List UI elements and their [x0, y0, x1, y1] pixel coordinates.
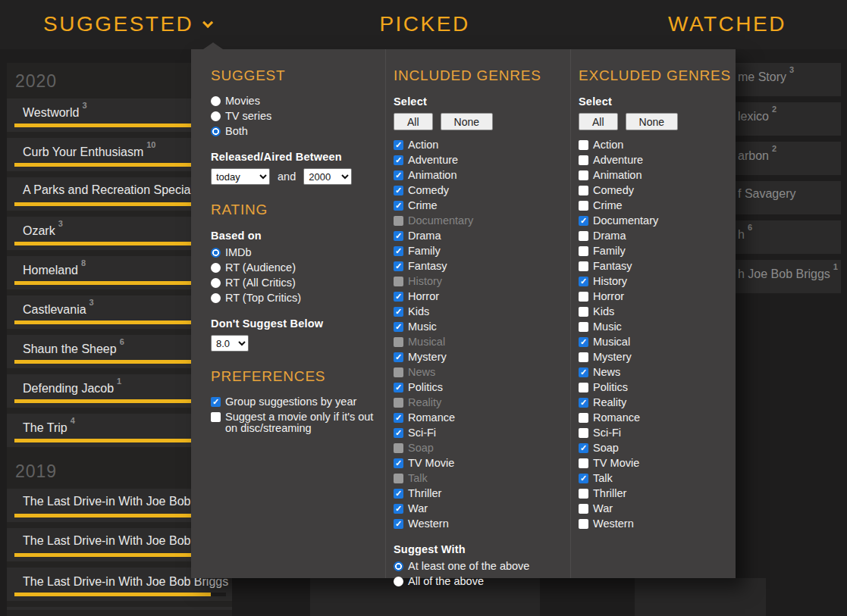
excluded-genre-checkbox[interactable]: Family [579, 245, 730, 257]
released-to-select[interactable]: 2000 [303, 168, 352, 185]
excluded-genre-checkbox[interactable]: Politics [579, 382, 730, 393]
included-all-button[interactable]: All [394, 113, 433, 130]
rating-threshold-select[interactable]: 8.0 [211, 335, 249, 352]
rating-source-radio[interactable]: RT (All Critics) [211, 277, 376, 289]
included-genre-checkbox[interactable]: ✓Family [394, 245, 562, 257]
genre-label: Mystery [408, 352, 447, 363]
preference-checkbox[interactable]: ✓Group suggestions by year [211, 396, 376, 408]
excluded-genre-checkbox[interactable]: Kids [579, 306, 730, 317]
partial-card [7, 607, 232, 610]
genre-label: Comedy [593, 185, 634, 196]
included-genre-checkbox[interactable]: ✓Kids [394, 306, 562, 317]
genre-label: Family [408, 245, 441, 257]
genre-label: Documentary [408, 215, 473, 227]
checkbox-icon [579, 428, 588, 438]
checkbox-label: Group suggestions by year [225, 396, 356, 408]
excluded-genre-checkbox[interactable]: Adventure [579, 155, 730, 166]
included-genre-checkbox[interactable]: ✓Adventure [394, 155, 562, 166]
genre-label: Western [593, 518, 634, 530]
excluded-genre-checkbox[interactable]: Horror [579, 291, 730, 302]
included-genre-checkbox[interactable]: ✓Western [394, 518, 562, 530]
progress-bar-fill [14, 593, 211, 596]
excluded-genre-checkbox[interactable]: ✓Soap [579, 442, 730, 454]
rating-source-radio[interactable]: IMDb [211, 247, 376, 258]
checkbox-icon [394, 474, 403, 483]
included-genre-checkbox[interactable]: ✓TV Movie [394, 458, 562, 469]
excluded-genre-checkbox[interactable]: ✓Musical [579, 336, 730, 348]
included-genre-checkbox[interactable]: ✓Drama [394, 230, 562, 242]
included-genre-checkbox[interactable]: ✓Music [394, 321, 562, 333]
genre-label: Thriller [408, 488, 441, 499]
included-genre-checkbox[interactable]: ✓Action [394, 139, 562, 151]
included-genre-checkbox[interactable]: ✓Comedy [394, 185, 562, 196]
checkbox-icon: ✓ [579, 216, 588, 226]
excluded-genre-checkbox[interactable]: Comedy [579, 185, 730, 196]
episode-count: 6 [120, 337, 124, 346]
excluded-genre-checkbox[interactable]: Action [579, 139, 730, 151]
checkbox-icon [579, 261, 588, 271]
checkbox-icon [579, 489, 588, 499]
excluded-genre-checkbox[interactable]: Romance [579, 412, 730, 424]
included-genre-checkbox: News [394, 367, 562, 378]
excluded-genre-checkbox[interactable]: Sci-Fi [579, 427, 730, 439]
radio-label: RT (Top Critics) [225, 292, 301, 304]
included-genre-checkbox[interactable]: ✓Horror [394, 291, 562, 302]
genre-label: Musical [593, 336, 630, 348]
checkbox-icon [394, 277, 403, 286]
included-genre-checkbox[interactable]: ✓Mystery [394, 352, 562, 363]
excluded-genre-checkbox[interactable]: Mystery [579, 352, 730, 363]
tab-suggested[interactable]: SUGGESTED [43, 12, 210, 36]
excluded-genre-checkbox[interactable]: TV Movie [579, 458, 730, 469]
included-none-button[interactable]: None [441, 113, 493, 130]
suggest-type-radio[interactable]: Movies [211, 95, 376, 107]
genre-label: Soap [408, 442, 434, 454]
excluded-genre-checkbox[interactable]: Fantasy [579, 261, 730, 272]
excluded-genre-checkbox[interactable]: ✓News [579, 367, 730, 378]
suggest-type-radio[interactable]: TV series [211, 111, 376, 122]
included-genre-checkbox[interactable]: ✓Sci-Fi [394, 427, 562, 439]
released-between-label: Released/Aired Between [211, 151, 376, 163]
excluded-genre-checkbox[interactable]: ✓Documentary [579, 215, 730, 227]
card-title: Ozark3 [23, 223, 63, 238]
rating-source-radio[interactable]: RT (Top Critics) [211, 292, 376, 304]
released-from-select[interactable]: today [211, 168, 270, 185]
excluded-genre-checkbox[interactable]: Crime [579, 200, 730, 211]
excluded-genre-checkbox[interactable]: ✓Reality [579, 397, 730, 408]
checkbox-icon: ✓ [394, 458, 403, 468]
included-genre-checkbox[interactable]: ✓Romance [394, 412, 562, 424]
chevron-down-icon [202, 17, 213, 28]
tab-picked[interactable]: PICKED [379, 12, 469, 36]
genre-label: Western [408, 518, 449, 530]
excluded-genre-checkbox[interactable]: Animation [579, 170, 730, 181]
excluded-genre-checkbox[interactable]: Music [579, 321, 730, 333]
excluded-genre-checkbox[interactable]: Drama [579, 230, 730, 242]
checkbox-icon: ✓ [394, 261, 403, 271]
filter-panel: SUGGEST MoviesTV seriesBoth Released/Air… [191, 49, 736, 578]
episode-count: 1 [833, 262, 838, 271]
excluded-none-button[interactable]: None [626, 113, 678, 130]
preference-checkbox[interactable]: Suggest a movie only if it's out on disc… [211, 411, 376, 434]
included-genre-checkbox[interactable]: ✓Animation [394, 170, 562, 181]
included-genre-checkbox[interactable]: ✓War [394, 503, 562, 514]
included-genre-checkbox[interactable]: ✓Thriller [394, 488, 562, 499]
excluded-genre-checkbox[interactable]: Thriller [579, 488, 730, 499]
included-genre-checkbox[interactable]: ✓Politics [394, 382, 562, 393]
radio-icon [211, 263, 221, 273]
episode-count: 2 [772, 105, 776, 114]
tab-watched[interactable]: WATCHED [668, 12, 786, 36]
excluded-genre-checkbox[interactable]: War [579, 503, 730, 514]
excluded-all-button[interactable]: All [579, 113, 618, 130]
included-genre-checkbox[interactable]: ✓Fantasy [394, 261, 562, 272]
suggest-type-radio[interactable]: Both [211, 126, 376, 137]
suggest-with-radio[interactable]: At least one of the above [394, 561, 562, 572]
excluded-genre-checkbox[interactable]: ✓History [579, 276, 730, 287]
rating-source-radio[interactable]: RT (Audience) [211, 262, 376, 274]
episode-count: 3 [58, 219, 63, 228]
suggest-with-radio[interactable]: All of the above [394, 576, 562, 587]
radio-icon [211, 96, 221, 106]
genre-label: Politics [408, 382, 443, 393]
checkbox-icon: ✓ [579, 474, 588, 483]
excluded-genre-checkbox[interactable]: ✓Talk [579, 473, 730, 484]
excluded-genre-checkbox[interactable]: Western [579, 518, 730, 530]
included-genre-checkbox[interactable]: ✓Crime [394, 200, 562, 211]
